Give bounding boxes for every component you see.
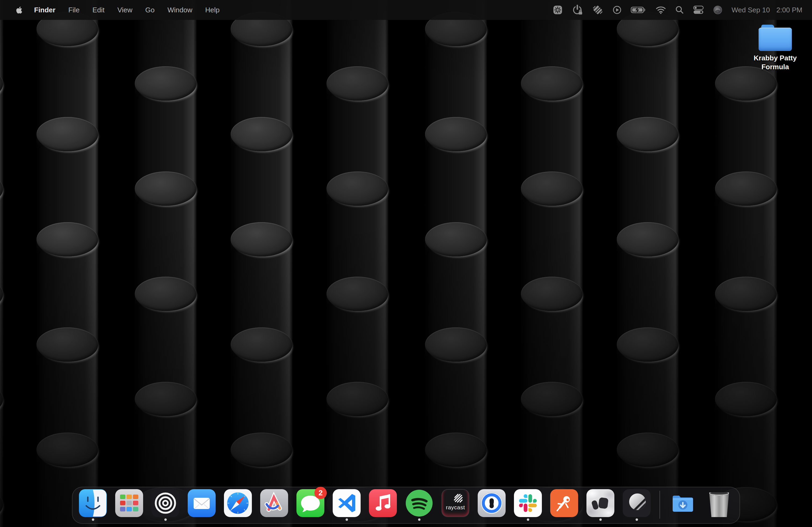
- control-center-icon[interactable]: [693, 6, 704, 14]
- dock: 2: [72, 487, 740, 524]
- dock-item-launchpad[interactable]: [115, 489, 143, 521]
- finder-icon: [79, 489, 107, 517]
- safari-icon: [224, 489, 252, 517]
- running-indicator: [346, 518, 348, 521]
- menu-clock[interactable]: Wed Sep 10 2:00 PM: [732, 6, 802, 14]
- launchpad-icon: [115, 489, 143, 517]
- raycast-label: raycast: [442, 504, 469, 511]
- mail-icon: [188, 489, 216, 517]
- menu-item-edit[interactable]: Edit: [86, 6, 111, 14]
- dock-item-arc[interactable]: [260, 489, 288, 521]
- spotify-icon: [405, 489, 433, 517]
- menu-item-file[interactable]: File: [62, 6, 86, 14]
- siri-icon[interactable]: [713, 5, 723, 15]
- menu-bar: Finder File Edit View Go Window Help: [0, 0, 812, 20]
- dock-item-mail[interactable]: [188, 489, 216, 521]
- menu-status-area: Wed Sep 10 2:00 PM: [553, 4, 802, 15]
- hatched-keyboard-icon[interactable]: [592, 4, 603, 15]
- dock-panel: 2: [72, 487, 740, 524]
- dock-item-circles-app[interactable]: [151, 489, 179, 521]
- dia-icon: [586, 489, 614, 517]
- trash-icon: [705, 489, 733, 517]
- menu-item-view[interactable]: View: [111, 6, 139, 14]
- menu-date: Wed Sep 10: [732, 6, 770, 14]
- running-indicator: [418, 518, 420, 521]
- menu-item-help[interactable]: Help: [199, 6, 226, 14]
- 1password-icon: [478, 489, 506, 517]
- apple-music-icon: [369, 489, 397, 517]
- wallpaper-shading: [0, 0, 812, 527]
- dock-item-raycast[interactable]: raycast: [441, 489, 469, 521]
- slack-icon: [514, 489, 542, 517]
- dock-item-postman[interactable]: [550, 489, 578, 521]
- running-indicator: [527, 518, 529, 521]
- notification-badge: 2: [315, 487, 327, 499]
- running-indicator: [636, 518, 638, 521]
- dock-item-finder[interactable]: [79, 489, 107, 521]
- running-indicator: [599, 518, 602, 521]
- running-indicator: [92, 518, 94, 521]
- battery-charging-icon[interactable]: [631, 6, 646, 14]
- dock-item-slack[interactable]: [514, 489, 542, 521]
- desktop-folder-label: Krabby Patty Formula: [751, 54, 799, 71]
- now-playing-icon[interactable]: [612, 5, 622, 15]
- vscode-icon: [333, 489, 361, 517]
- dock-item-vscode[interactable]: [333, 489, 361, 521]
- linear-icon: [623, 489, 651, 517]
- dock-item-trash[interactable]: [705, 489, 733, 521]
- dock-item-1password[interactable]: [478, 489, 506, 521]
- dock-item-music[interactable]: [369, 489, 397, 521]
- dock-item-linear[interactable]: [623, 489, 651, 521]
- concentric-circles-icon: [151, 489, 179, 517]
- raycast-icon: raycast: [441, 489, 469, 517]
- downloads-folder-icon: [669, 489, 697, 517]
- apple-menu-icon[interactable]: [16, 6, 23, 14]
- dock-item-downloads[interactable]: [669, 489, 697, 521]
- keep-awake-burst-icon[interactable]: [553, 5, 563, 15]
- desktop-folder-krabby-patty[interactable]: Krabby Patty Formula: [750, 25, 801, 71]
- dock-item-safari[interactable]: [224, 489, 252, 521]
- arc-browser-icon: [260, 489, 288, 517]
- wifi-icon[interactable]: [655, 6, 666, 14]
- running-indicator: [164, 518, 167, 521]
- postman-icon: [550, 489, 578, 517]
- menu-item-window[interactable]: Window: [161, 6, 199, 14]
- folder-icon: [758, 25, 792, 51]
- menu-left: Finder File Edit View Go Window Help: [16, 6, 226, 14]
- dock-item-dia[interactable]: [586, 489, 614, 521]
- spotlight-search-icon[interactable]: [675, 6, 684, 14]
- power-lock-icon[interactable]: [572, 4, 583, 15]
- menu-item-finder[interactable]: Finder: [28, 6, 62, 14]
- dock-item-spotify[interactable]: [405, 489, 433, 521]
- desktop: Finder File Edit View Go Window Help: [0, 0, 812, 527]
- menu-item-go[interactable]: Go: [139, 6, 161, 14]
- dock-divider: [659, 491, 660, 519]
- menu-time: 2:00 PM: [776, 6, 802, 14]
- dock-item-messages[interactable]: 2: [296, 489, 324, 521]
